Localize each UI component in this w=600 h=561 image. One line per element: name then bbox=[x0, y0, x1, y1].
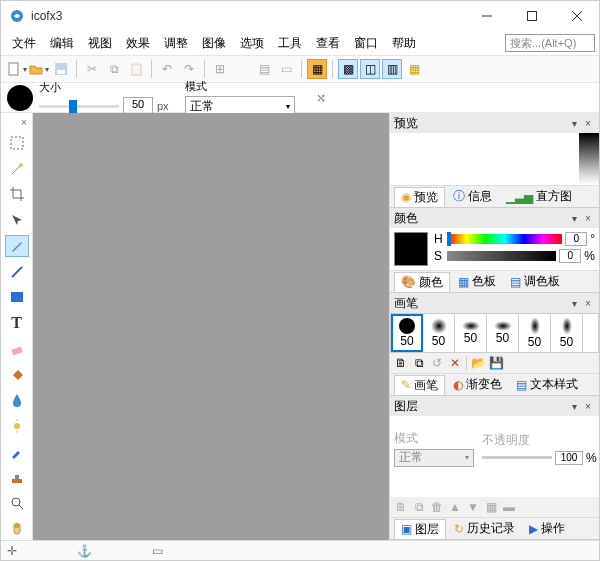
grid-toggle-4[interactable]: ▦ bbox=[404, 59, 424, 79]
platform-apple-icon[interactable] bbox=[232, 59, 252, 79]
panel-menu-icon[interactable]: ▾ bbox=[567, 401, 581, 412]
layer-delete-icon[interactable]: 🗑 bbox=[430, 500, 444, 514]
brush-preset[interactable]: 50 bbox=[487, 314, 519, 352]
close-button[interactable] bbox=[554, 1, 599, 31]
hue-slider[interactable] bbox=[447, 234, 562, 244]
tab-textstyle[interactable]: ▤文本样式 bbox=[510, 375, 584, 394]
layer-new-icon[interactable]: 🗎 bbox=[394, 500, 408, 514]
panel-menu-icon[interactable]: ▾ bbox=[567, 118, 581, 129]
brush-preset[interactable]: 50 bbox=[391, 314, 423, 352]
menu-image[interactable]: 图像 bbox=[195, 33, 233, 54]
grid-toggle-3[interactable]: ▥ bbox=[382, 59, 402, 79]
opacity-value[interactable]: 100 bbox=[555, 451, 583, 465]
hue-value[interactable]: 0 bbox=[565, 232, 587, 246]
tool-rect-select[interactable] bbox=[5, 132, 29, 154]
menu-lookup[interactable]: 查看 bbox=[309, 33, 347, 54]
panel-menu-icon[interactable]: ▾ bbox=[567, 213, 581, 224]
tool-text[interactable]: T bbox=[5, 312, 29, 334]
menu-effects[interactable]: 效果 bbox=[119, 33, 157, 54]
layer-copy-icon[interactable]: ⧉ bbox=[412, 500, 426, 514]
sat-value[interactable]: 0 bbox=[559, 249, 581, 263]
menu-options[interactable]: 选项 bbox=[233, 33, 271, 54]
brush-preset[interactable]: 50 bbox=[519, 314, 551, 352]
tool-eyedropper[interactable] bbox=[5, 441, 29, 463]
menu-window[interactable]: 窗口 bbox=[347, 33, 385, 54]
brush-preset[interactable]: 50 bbox=[423, 314, 455, 352]
brush-reset-icon[interactable]: ↺ bbox=[430, 356, 444, 370]
tool-zoom[interactable] bbox=[5, 492, 29, 514]
tool-fill[interactable] bbox=[5, 364, 29, 386]
brush-save-icon[interactable]: 💾 bbox=[489, 356, 503, 370]
workspace-button[interactable]: ▦ bbox=[307, 59, 327, 79]
menu-help[interactable]: 帮助 bbox=[385, 33, 423, 54]
tab-histogram[interactable]: ▁▃▅直方图 bbox=[500, 187, 578, 206]
cut-button[interactable]: ✂ bbox=[82, 59, 102, 79]
foreground-color-swatch[interactable] bbox=[7, 85, 33, 111]
tab-info[interactable]: ⓘ信息 bbox=[447, 187, 498, 206]
panel-close-icon[interactable]: × bbox=[581, 401, 595, 412]
paste-button[interactable]: 📋 bbox=[126, 59, 146, 79]
panel-menu-icon[interactable]: ▾ bbox=[567, 298, 581, 309]
panel-close-icon[interactable]: × bbox=[581, 298, 595, 309]
panel-close-icon[interactable]: × bbox=[581, 118, 595, 129]
tool-wand[interactable] bbox=[5, 158, 29, 180]
brush-preset[interactable]: 50 bbox=[551, 314, 583, 352]
brush-delete-icon[interactable]: ✕ bbox=[448, 356, 462, 370]
layer-flatten-icon[interactable]: ▬ bbox=[502, 500, 516, 514]
menu-tools[interactable]: 工具 bbox=[271, 33, 309, 54]
menu-view[interactable]: 视图 bbox=[81, 33, 119, 54]
size-slider[interactable] bbox=[39, 105, 119, 108]
layer-up-icon[interactable]: ▲ bbox=[448, 500, 462, 514]
tool-blur[interactable] bbox=[5, 390, 29, 412]
brush-new-icon[interactable]: 🗎 bbox=[394, 356, 408, 370]
grid-toggle-1[interactable]: ▩ bbox=[338, 59, 358, 79]
canvas-area[interactable] bbox=[33, 113, 389, 540]
current-color-swatch[interactable] bbox=[394, 232, 428, 266]
menu-file[interactable]: 文件 bbox=[5, 33, 43, 54]
tool-hand[interactable] bbox=[5, 518, 29, 540]
brush-preset[interactable]: 50 bbox=[455, 314, 487, 352]
new-file-button[interactable] bbox=[7, 59, 27, 79]
layer-mode-select[interactable]: 正常▾ bbox=[394, 449, 474, 467]
brush-copy-icon[interactable]: ⧉ bbox=[412, 356, 426, 370]
brush-open-icon[interactable]: 📂 bbox=[471, 356, 485, 370]
platform-ios-icon[interactable]: ▭ bbox=[276, 59, 296, 79]
menu-adjust[interactable]: 调整 bbox=[157, 33, 195, 54]
sat-slider[interactable] bbox=[447, 251, 556, 261]
tool-clone[interactable] bbox=[5, 467, 29, 489]
layer-down-icon[interactable]: ▼ bbox=[466, 500, 480, 514]
tool-dodge[interactable] bbox=[5, 415, 29, 437]
menu-edit[interactable]: 编辑 bbox=[43, 33, 81, 54]
opacity-slider[interactable] bbox=[482, 456, 552, 459]
tab-gradient[interactable]: ◐渐变色 bbox=[447, 375, 508, 394]
tool-eraser[interactable] bbox=[5, 338, 29, 360]
tab-layers[interactable]: ▣图层 bbox=[394, 519, 446, 539]
save-button[interactable] bbox=[51, 59, 71, 79]
tab-color[interactable]: 🎨颜色 bbox=[394, 272, 450, 292]
undo-button[interactable]: ↶ bbox=[157, 59, 177, 79]
tool-move[interactable] bbox=[5, 209, 29, 231]
swap-button[interactable]: ⤭ bbox=[311, 88, 331, 108]
tool-rectangle[interactable] bbox=[5, 287, 29, 309]
tab-history[interactable]: ↻历史记录 bbox=[448, 519, 521, 538]
tab-swatches[interactable]: ▦色板 bbox=[452, 272, 502, 291]
maximize-button[interactable] bbox=[509, 1, 554, 31]
platform-windows-icon[interactable]: ⊞ bbox=[210, 59, 230, 79]
tab-brush[interactable]: ✎画笔 bbox=[394, 375, 445, 395]
layer-merge-icon[interactable]: ▦ bbox=[484, 500, 498, 514]
palette-close-icon[interactable]: × bbox=[18, 117, 30, 128]
panel-close-icon[interactable]: × bbox=[581, 213, 595, 224]
tab-actions[interactable]: ▶操作 bbox=[523, 519, 571, 538]
copy-button[interactable]: ⧉ bbox=[104, 59, 124, 79]
tool-pencil[interactable] bbox=[5, 261, 29, 283]
tool-crop[interactable] bbox=[5, 183, 29, 205]
search-input[interactable]: 搜索...(Alt+Q) bbox=[505, 34, 595, 52]
tool-brush[interactable] bbox=[5, 235, 29, 257]
open-file-button[interactable] bbox=[29, 59, 49, 79]
minimize-button[interactable] bbox=[464, 1, 509, 31]
tab-palette[interactable]: ▤调色板 bbox=[504, 272, 566, 291]
tab-preview[interactable]: ◉预览 bbox=[394, 187, 445, 207]
redo-button[interactable]: ↷ bbox=[179, 59, 199, 79]
platform-android-icon[interactable]: ▤ bbox=[254, 59, 274, 79]
grid-toggle-2[interactable]: ◫ bbox=[360, 59, 380, 79]
